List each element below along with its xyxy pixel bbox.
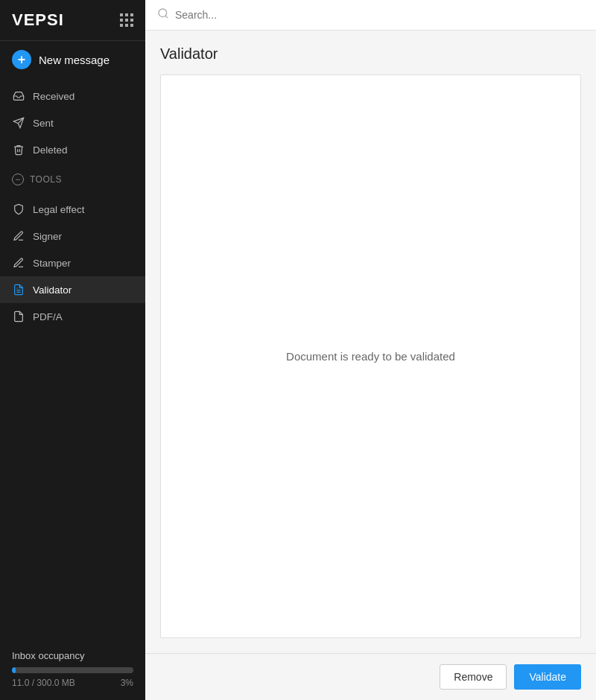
sidebar-item-signer[interactable]: Signer bbox=[0, 223, 145, 249]
topbar bbox=[145, 0, 596, 31]
svg-point-4 bbox=[159, 9, 167, 17]
validator-label: Validator bbox=[33, 284, 72, 296]
progress-bar-background bbox=[12, 667, 133, 673]
stamper-label: Stamper bbox=[33, 258, 71, 269]
plus-icon: + bbox=[12, 50, 31, 69]
main-content: Validator Document is ready to be valida… bbox=[145, 0, 596, 700]
grid-icon[interactable] bbox=[120, 13, 133, 27]
search-icon bbox=[157, 7, 169, 22]
sidebar-header: VEPSI bbox=[0, 0, 145, 41]
minus-circle-icon: − bbox=[12, 174, 24, 185]
nav-section: Received Sent Deleted bbox=[0, 78, 145, 168]
trash-icon bbox=[12, 143, 25, 156]
sent-label: Sent bbox=[33, 118, 54, 129]
svg-line-5 bbox=[165, 16, 168, 18]
page-title: Validator bbox=[160, 45, 581, 63]
action-bar: Remove Validate bbox=[145, 653, 596, 700]
inbox-stats-label: 11.0 / 300.0 MB bbox=[12, 678, 75, 688]
sent-icon bbox=[12, 116, 25, 130]
pdfa-label: PDF/A bbox=[33, 311, 63, 322]
validator-message: Document is ready to be validated bbox=[286, 350, 455, 363]
deleted-label: Deleted bbox=[33, 144, 68, 156]
inbox-occupancy-label: Inbox occupancy bbox=[12, 650, 133, 661]
received-label: Received bbox=[33, 91, 74, 102]
signer-icon bbox=[12, 229, 25, 243]
search-input[interactable] bbox=[175, 9, 324, 21]
progress-bar-fill bbox=[12, 667, 16, 673]
sidebar-item-validator[interactable]: Validator bbox=[0, 276, 145, 303]
inbox-stats: 11.0 / 300.0 MB 3% bbox=[12, 678, 133, 688]
inbox-icon bbox=[12, 89, 25, 103]
validator-icon bbox=[12, 283, 25, 296]
pdfa-icon bbox=[12, 310, 25, 323]
sidebar: VEPSI + New message Received bbox=[0, 0, 145, 700]
logo: VEPSI bbox=[12, 10, 64, 30]
sidebar-item-deleted[interactable]: Deleted bbox=[0, 136, 145, 163]
content-area: Validator Document is ready to be valida… bbox=[145, 31, 596, 653]
sidebar-item-legal-effect[interactable]: Legal effect bbox=[0, 196, 145, 223]
sidebar-item-pdfa[interactable]: PDF/A bbox=[0, 303, 145, 330]
legal-icon bbox=[12, 203, 25, 216]
legal-effect-label: Legal effect bbox=[33, 204, 85, 215]
tools-section: Legal effect Signer Stamper bbox=[0, 191, 145, 334]
signer-label: Signer bbox=[33, 231, 62, 242]
remove-button[interactable]: Remove bbox=[440, 664, 507, 690]
new-message-button[interactable]: + New message bbox=[0, 41, 145, 78]
sidebar-item-sent[interactable]: Sent bbox=[0, 109, 145, 136]
new-message-label: New message bbox=[39, 54, 110, 66]
tools-label: TOOLS bbox=[30, 174, 62, 185]
stamper-icon bbox=[12, 256, 25, 270]
inbox-percent-label: 3% bbox=[121, 678, 133, 688]
tools-header[interactable]: − TOOLS bbox=[0, 168, 145, 191]
sidebar-item-received[interactable]: Received bbox=[0, 83, 145, 109]
sidebar-bottom: Inbox occupancy 11.0 / 300.0 MB 3% bbox=[0, 638, 145, 700]
validate-button[interactable]: Validate bbox=[514, 664, 581, 690]
validator-panel: Document is ready to be validated bbox=[160, 74, 581, 638]
sidebar-item-stamper[interactable]: Stamper bbox=[0, 249, 145, 276]
